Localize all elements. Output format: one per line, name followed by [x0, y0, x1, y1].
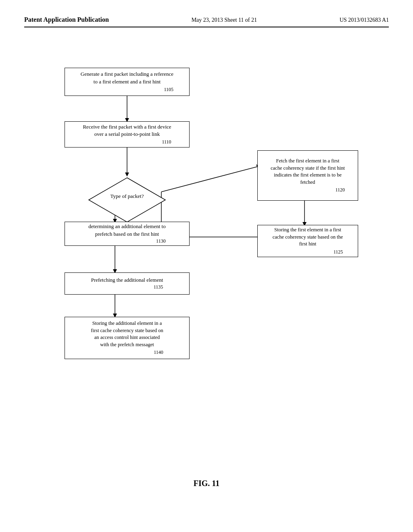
box-1140: Storing the additional element in afirst… [65, 317, 190, 359]
box-1120-id: 1120 [271, 187, 345, 193]
header-patent-number: US 2013/0132683 A1 [340, 17, 389, 23]
box-1140-id: 1140 [91, 349, 163, 356]
box-1110-id: 1110 [83, 139, 171, 145]
page: Patent Application Publication May 23, 2… [0, 0, 413, 532]
box-1110: Receive the first packet with a first de… [65, 121, 190, 148]
box-1135: Prefetching the additional element 1135 [65, 272, 190, 295]
box-1135-text: Prefetching the additional element [91, 276, 163, 284]
box-1110-text: Receive the first packet with a first de… [83, 123, 171, 138]
svg-text:Type of packet?: Type of packet? [111, 193, 144, 199]
box-1125-id: 1125 [273, 249, 343, 256]
box-1120: Fetch the first element in a firstcache … [257, 150, 358, 201]
box-1140-text: Storing the additional element in afirst… [91, 320, 163, 348]
box-1135-id: 1135 [91, 284, 163, 291]
svg-marker-16 [89, 178, 165, 222]
header: Patent Application Publication May 23, 2… [24, 16, 389, 27]
box-1125-text: Storing the first element in a firstcach… [273, 227, 343, 248]
box-1105-id: 1105 [81, 86, 173, 93]
box-1130-text: determining an additional element topref… [88, 223, 165, 237]
header-publication-label: Patent Application Publication [24, 16, 109, 23]
box-1130: determining an additional element topref… [65, 222, 190, 246]
diamond-1115-container: Type of packet? 1115 [87, 176, 167, 226]
box-1105: Generate a first packet including a refe… [65, 68, 190, 96]
box-1130-id: 1130 [88, 238, 165, 245]
diamond-1115-svg: Type of packet? [87, 176, 167, 224]
box-1120-text: Fetch the first element in a firstcache … [271, 158, 345, 186]
svg-line-6 [161, 166, 258, 192]
box-1125: Storing the first element in a firstcach… [257, 225, 358, 257]
header-date-sheet: May 23, 2013 Sheet 11 of 21 [192, 17, 257, 23]
box-1105-text: Generate a first packet including a refe… [81, 71, 173, 85]
figure-label: FIG. 11 [24, 479, 389, 488]
diagram: Generate a first packet including a refe… [24, 48, 389, 471]
diagram-svg [24, 48, 389, 471]
